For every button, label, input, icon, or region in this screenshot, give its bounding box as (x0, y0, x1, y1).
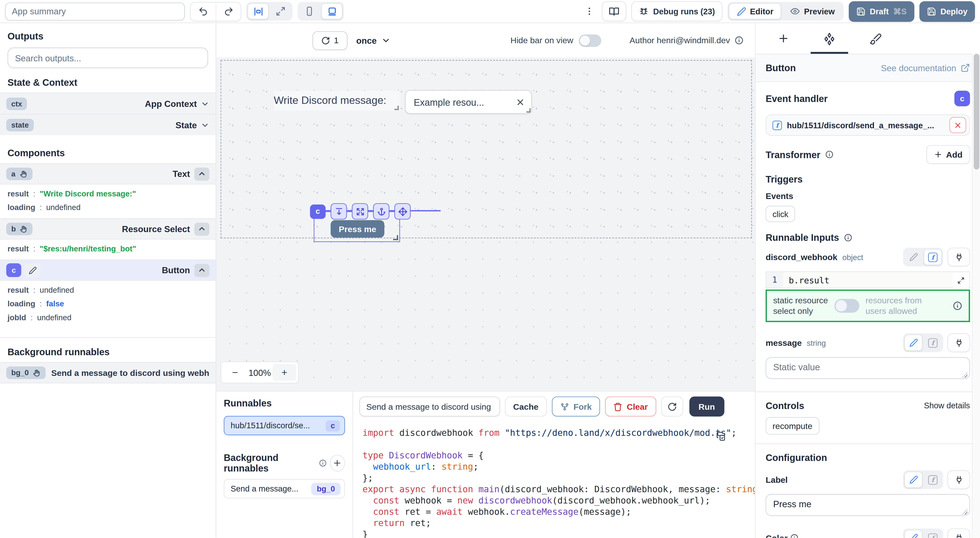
collapse-button[interactable] (194, 167, 210, 180)
editor-toolbar: Cache Fork Clear Run (353, 391, 755, 421)
connect-button[interactable] (948, 470, 970, 489)
redo-icon (224, 6, 234, 16)
selected-runnable-item[interactable]: hub/1511/discord/se... c (224, 416, 345, 435)
fork-button[interactable]: Fork (552, 397, 600, 417)
resize-handle[interactable] (393, 235, 398, 240)
prop-row[interactable]: result:"Write Discord message:" (0, 187, 216, 201)
tab-styling[interactable] (862, 23, 889, 54)
tab-component-settings[interactable] (816, 23, 843, 54)
draft-button[interactable]: Draft ⌘S (848, 1, 914, 22)
canvas-grid-root[interactable]: Write Discord message: Example resou... … (221, 60, 752, 238)
dock-down-button[interactable] (331, 203, 347, 219)
bg-runnable-row[interactable]: bg_0 Send a message to discord using web… (0, 362, 216, 383)
event-chip-click[interactable]: click (766, 206, 795, 222)
scrollbar[interactable] (972, 54, 980, 538)
resize-handle[interactable] (526, 108, 531, 113)
fullscreen-toggle[interactable] (270, 3, 291, 19)
zoom-out-button[interactable]: − (223, 364, 247, 381)
app-canvas[interactable]: Write Discord message: Example resou... … (216, 57, 755, 391)
static-mode-button[interactable] (904, 249, 923, 265)
center-align-toggle[interactable] (247, 3, 269, 19)
deploy-button[interactable]: Deploy (919, 1, 975, 22)
prop-row[interactable]: jobId:undefined (0, 311, 216, 325)
ctx-row[interactable]: ctx App Context (0, 93, 216, 114)
prop-row[interactable]: result:undefined (0, 283, 216, 297)
clear-select-icon[interactable] (515, 97, 525, 107)
bg-runnable-item[interactable]: Send a message... bg_0 (224, 479, 345, 498)
docs-button[interactable] (602, 1, 626, 21)
undo-button[interactable] (191, 2, 216, 20)
event-handler-runnable[interactable]: hub/1511/discord/send_a_message_... (766, 114, 970, 136)
expr-mode-button[interactable] (924, 249, 942, 265)
static-mode-button[interactable] (904, 471, 923, 488)
runnable-name-input[interactable] (360, 397, 500, 417)
resource-mode-toggle[interactable] (834, 299, 859, 313)
run-button[interactable]: Run (689, 397, 724, 417)
refresh-count-button[interactable]: 1 (312, 31, 347, 50)
state-row[interactable]: state State (0, 114, 216, 135)
static-mode-button[interactable] (904, 335, 923, 351)
prop-row[interactable]: loading:false (0, 297, 216, 311)
resource-select-component[interactable]: Example resou... (405, 90, 532, 114)
prop-row[interactable]: result:"$res:u/henri/testing_bot" (0, 242, 216, 256)
label-static-input[interactable]: Press me (766, 494, 970, 516)
selected-button-component[interactable]: c Press me (314, 211, 400, 242)
component-row-c[interactable]: cButton (0, 260, 216, 280)
code-editor[interactable]: import discordwebhook from "https://deno… (353, 421, 755, 538)
component-row-a[interactable]: aText (0, 163, 216, 184)
tab-preview[interactable]: Preview (783, 3, 842, 19)
press-me-button[interactable]: Press me (331, 220, 384, 238)
info-icon[interactable] (318, 459, 326, 467)
redo-button[interactable] (216, 2, 240, 20)
debug-runs-button[interactable]: Debug runs (23) (631, 1, 722, 21)
more-menu-button[interactable] (584, 6, 595, 16)
recompute-mode-dropdown[interactable]: once (356, 35, 390, 45)
connect-button[interactable] (948, 528, 970, 538)
connect-button[interactable] (948, 334, 970, 352)
message-static-input[interactable] (766, 357, 970, 379)
expand-component-button[interactable] (352, 203, 368, 219)
desktop-view-button[interactable] (321, 3, 342, 19)
add-bg-runnable-button[interactable] (329, 454, 345, 471)
info-icon[interactable] (734, 36, 744, 45)
cache-button[interactable]: Cache (505, 397, 547, 417)
tab-insert-component[interactable] (769, 23, 797, 54)
scrollbar-thumb[interactable] (974, 54, 979, 169)
collapse-button[interactable] (194, 263, 210, 277)
move-button[interactable] (395, 203, 410, 219)
zoom-in-button[interactable]: + (273, 364, 296, 381)
search-outputs-input[interactable] (8, 48, 208, 68)
hide-bar-toggle[interactable] (579, 34, 601, 46)
mobile-view-button[interactable] (299, 3, 320, 19)
expr-mode-button[interactable] (924, 530, 942, 538)
add-transformer-button[interactable]: Add (926, 145, 970, 164)
info-icon[interactable] (953, 301, 963, 311)
clear-button[interactable]: Clear (605, 397, 656, 417)
control-chip-recompute[interactable]: recompute (766, 417, 819, 435)
expr-mode-button[interactable] (924, 335, 942, 351)
info-icon[interactable] (825, 150, 834, 159)
prop-row[interactable]: loading:undefined (0, 201, 216, 214)
expr-mode-button[interactable] (924, 471, 942, 488)
zoom-level: 100% (247, 367, 272, 378)
anchor-button[interactable] (373, 203, 389, 219)
app-summary-input[interactable] (5, 2, 185, 20)
remove-runnable-button[interactable] (950, 117, 966, 133)
collapse-button[interactable] (194, 222, 210, 235)
show-details-link[interactable]: Show details (924, 401, 970, 410)
function-icon (772, 120, 782, 130)
tab-editor[interactable]: Editor (729, 3, 782, 19)
connect-button[interactable] (948, 247, 970, 267)
info-icon[interactable] (790, 533, 799, 538)
see-documentation-link[interactable]: See documentation (881, 63, 970, 73)
copy-code-button[interactable] (716, 431, 726, 442)
expr-value[interactable]: b.result (783, 272, 969, 288)
info-icon[interactable] (843, 233, 852, 242)
expand-editor-button[interactable] (953, 273, 969, 289)
resize-handle[interactable] (395, 106, 399, 110)
text-component[interactable]: Write Discord message: (274, 91, 399, 111)
static-mode-button[interactable] (904, 530, 923, 538)
refresh-code-button[interactable] (661, 397, 683, 417)
expr-editor[interactable]: 1 b.result (766, 271, 970, 288)
component-row-b[interactable]: bResource Select (0, 218, 216, 239)
